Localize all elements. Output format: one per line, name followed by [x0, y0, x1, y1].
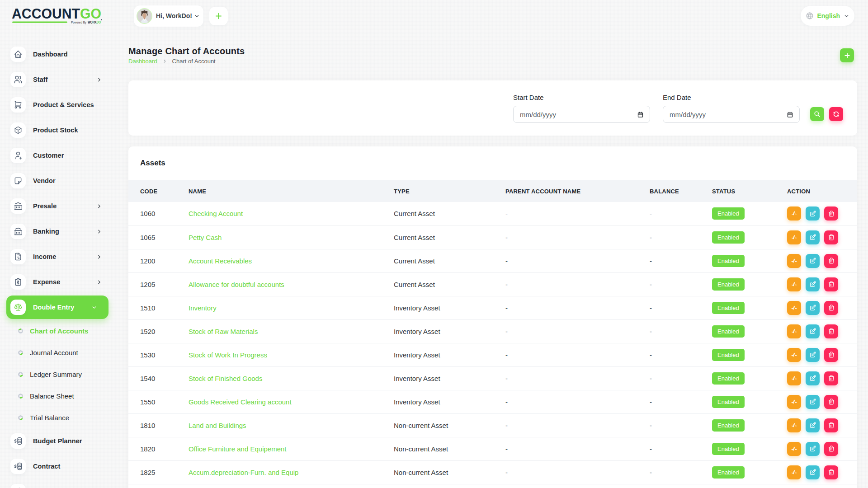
edit-account-button[interactable] — [806, 442, 820, 456]
account-name-link[interactable]: Checking Account — [189, 210, 243, 217]
edit-account-button[interactable] — [806, 465, 820, 479]
sidebar-item-contract[interactable]: Contract — [0, 454, 118, 479]
account-name-link[interactable]: Account Receivables — [189, 257, 252, 265]
chevron-right-icon — [96, 203, 102, 209]
sidebar-item-budget-planner[interactable]: Budget Planner — [0, 428, 118, 454]
row-actions — [787, 465, 857, 479]
account-name-link[interactable]: Allowance for doubtful accounts — [189, 281, 284, 288]
table-row: 1200Account ReceivablesCurrent Asset--En… — [128, 249, 857, 272]
show-transactions-button[interactable] — [787, 230, 801, 244]
account-name-link[interactable]: Goods Received Clearing account — [189, 398, 292, 406]
action-cell — [787, 413, 857, 437]
delete-account-button[interactable] — [824, 348, 838, 362]
action-cell — [787, 202, 857, 225]
show-transactions-button[interactable] — [787, 395, 801, 409]
sidebar-item-label: Double Entry — [33, 304, 74, 311]
show-transactions-button[interactable] — [787, 418, 801, 432]
user-menu[interactable]: Hi, WorkDo! — [134, 5, 203, 27]
sidebar-item-dashboard[interactable]: Dashboard — [0, 42, 118, 67]
account-name-cell: Stock of Finished Goods — [189, 366, 394, 390]
edit-account-button[interactable] — [806, 371, 820, 385]
submenu-item-ledger-summary[interactable]: Ledger Summary — [0, 363, 118, 385]
account-name-link[interactable]: Accum.depreciation-Furn. and Equip — [189, 469, 298, 476]
delete-account-button[interactable] — [824, 301, 838, 315]
account-name-link[interactable]: Petty Cash — [189, 234, 222, 241]
show-transactions-button[interactable] — [787, 254, 801, 268]
account-name-link[interactable]: Stock of Raw Materials — [189, 328, 258, 335]
submenu-bullet-icon — [18, 350, 23, 355]
end-date-input[interactable] — [663, 106, 800, 123]
submenu-item-balance-sheet[interactable]: Balance Sheet — [0, 385, 118, 407]
delete-account-button[interactable] — [824, 371, 838, 385]
show-transactions-button[interactable] — [787, 301, 801, 315]
chevron-right-icon — [162, 59, 167, 64]
quick-add-button[interactable] — [209, 7, 228, 25]
language-selector[interactable]: English — [801, 6, 854, 26]
show-transactions-button[interactable] — [787, 324, 801, 338]
edit-account-button[interactable] — [806, 277, 820, 291]
edit-account-button[interactable] — [806, 348, 820, 362]
delete-account-button[interactable] — [824, 465, 838, 479]
delete-account-button[interactable] — [824, 206, 838, 221]
show-transactions-button[interactable] — [787, 348, 801, 362]
edit-account-button[interactable] — [806, 301, 820, 315]
delete-account-button[interactable] — [824, 418, 838, 432]
account-name-link[interactable]: Office Furniture and Equipement — [189, 445, 287, 453]
sidebar-item-cutoff[interactable] — [0, 479, 118, 488]
show-transactions-button[interactable] — [787, 277, 801, 291]
edit-account-button[interactable] — [806, 395, 820, 409]
row-actions — [787, 230, 857, 244]
sidebar-item-presale[interactable]: Presale — [0, 193, 118, 219]
wave-icon — [790, 445, 798, 453]
breadcrumb: Dashboard Chart of Account — [128, 58, 857, 65]
edit-account-button[interactable] — [806, 230, 820, 244]
reset-filter-button[interactable] — [829, 107, 843, 121]
apply-filter-button[interactable] — [810, 107, 824, 121]
delete-account-button[interactable] — [824, 442, 838, 456]
sidebar-nav: DashboardStaffProduct & ServicesProduct … — [0, 42, 118, 488]
delete-account-button[interactable] — [824, 230, 838, 244]
add-account-button[interactable] — [840, 48, 854, 62]
account-balance: - — [650, 296, 712, 319]
start-date-input[interactable] — [513, 106, 650, 123]
show-transactions-button[interactable] — [787, 206, 801, 221]
accounts-table-card: Assets CODENAMETYPEPARENT ACCOUNT NAMEBA… — [128, 146, 857, 488]
end-date-field: End Date — [663, 93, 800, 123]
column-header-status: STATUS — [712, 180, 787, 202]
sidebar-item-staff[interactable]: Staff — [0, 67, 118, 92]
parent-account-name: - — [505, 390, 650, 413]
edit-account-button[interactable] — [806, 254, 820, 268]
sidebar-item-customer[interactable]: Customer — [0, 143, 118, 168]
show-transactions-button[interactable] — [787, 371, 801, 385]
delete-account-button[interactable] — [824, 395, 838, 409]
trash-icon — [828, 469, 835, 476]
edit-account-button[interactable] — [806, 324, 820, 338]
edit-account-button[interactable] — [806, 206, 820, 221]
account-name-link[interactable]: Stock of Work In Progress — [189, 351, 267, 359]
sidebar-item-income[interactable]: Income — [0, 244, 118, 269]
account-name-link[interactable]: Stock of Finished Goods — [189, 375, 262, 382]
delete-account-button[interactable] — [824, 277, 838, 291]
account-name-cell: Inventory — [189, 296, 394, 319]
edit-account-button[interactable] — [806, 418, 820, 432]
show-transactions-button[interactable] — [787, 465, 801, 479]
account-balance: - — [650, 413, 712, 437]
breadcrumb-dashboard-link[interactable]: Dashboard — [128, 58, 157, 65]
account-name-link[interactable]: Land and Buildings — [189, 422, 246, 429]
sidebar-item-banking[interactable]: Banking — [0, 219, 118, 244]
sidebar-item-product-stock[interactable]: Product Stock — [0, 117, 118, 143]
delete-account-button[interactable] — [824, 324, 838, 338]
delete-account-button[interactable] — [824, 254, 838, 268]
accountgo-logo[interactable]: ACCOUNTGO Powered By WORKDO — [0, 0, 118, 26]
sidebar-item-double-entry[interactable]: Double Entry — [6, 296, 108, 319]
row-actions — [787, 418, 857, 432]
column-header-name: NAME — [189, 180, 394, 202]
sidebar-item-vendor[interactable]: Vendor — [0, 168, 118, 193]
submenu-item-trial-balance[interactable]: Trial Balance — [0, 407, 118, 428]
account-name-link[interactable]: Inventory — [189, 304, 217, 312]
sidebar-item-expense[interactable]: Expense — [0, 269, 118, 295]
submenu-item-chart-of-accounts[interactable]: Chart of Accounts — [0, 320, 118, 342]
submenu-item-journal-account[interactable]: Journal Account — [0, 342, 118, 363]
show-transactions-button[interactable] — [787, 442, 801, 456]
sidebar-item-product-services[interactable]: Product & Services — [0, 92, 118, 117]
